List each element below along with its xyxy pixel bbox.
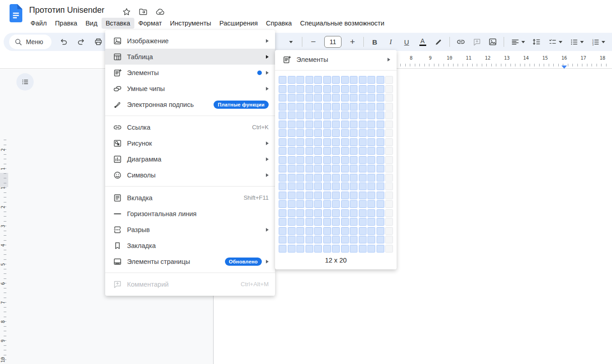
underline-button[interactable]: U — [402, 36, 412, 47]
table-grid-cell[interactable] — [288, 156, 296, 164]
table-grid-cell[interactable] — [367, 192, 375, 199]
table-grid-cell[interactable] — [341, 236, 349, 243]
table-grid-cell[interactable] — [323, 245, 331, 253]
table-grid-cell[interactable] — [306, 174, 313, 182]
table-grid-cell[interactable] — [350, 138, 357, 146]
table-grid-cell[interactable] — [332, 156, 340, 164]
table-grid-cell[interactable] — [385, 129, 393, 137]
table-grid-cell[interactable] — [288, 85, 296, 93]
table-grid-cell[interactable] — [323, 218, 331, 226]
table-grid-cell[interactable] — [296, 121, 304, 128]
table-grid-cell[interactable] — [359, 129, 367, 137]
table-grid-cell[interactable] — [385, 227, 393, 235]
table-grid-cell[interactable] — [288, 192, 296, 199]
table-grid-cell[interactable] — [377, 156, 384, 164]
table-grid-cell[interactable] — [332, 94, 340, 101]
table-grid-cell[interactable] — [296, 138, 304, 146]
insert-menu-item-horizontal-line[interactable]: Горизонтальная линия — [105, 206, 275, 222]
table-grid-cell[interactable] — [385, 111, 393, 119]
table-grid-cell[interactable] — [306, 209, 313, 217]
table-grid-cell[interactable] — [367, 227, 375, 235]
table-grid-cell[interactable] — [385, 192, 393, 199]
table-grid-cell[interactable] — [359, 121, 367, 128]
table-grid-cell[interactable] — [296, 94, 304, 101]
table-grid-cell[interactable] — [332, 236, 340, 243]
table-grid-cell[interactable] — [350, 182, 357, 190]
table-grid-cell[interactable] — [350, 129, 357, 137]
star-icon[interactable] — [122, 7, 131, 16]
table-grid-cell[interactable] — [377, 129, 384, 137]
table-grid-cell[interactable] — [350, 85, 357, 93]
table-grid-cell[interactable] — [341, 121, 349, 128]
table-grid-cell[interactable] — [314, 129, 322, 137]
table-grid-cell[interactable] — [350, 165, 357, 172]
table-grid-cell[interactable] — [306, 147, 313, 155]
table-grid-cell[interactable] — [288, 103, 296, 111]
menubar-file[interactable]: Файл — [26, 18, 51, 29]
table-grid-cell[interactable] — [377, 165, 384, 172]
table-grid-cell[interactable] — [296, 236, 304, 243]
table-grid-cell[interactable] — [367, 111, 375, 119]
table-grid-cell[interactable] — [367, 94, 375, 101]
bulleted-list-dropdown[interactable] — [569, 36, 584, 47]
table-grid-cell[interactable] — [323, 156, 331, 164]
table-grid-cell[interactable] — [296, 227, 304, 235]
table-grid-cell[interactable] — [332, 227, 340, 235]
table-grid-cell[interactable] — [341, 147, 349, 155]
table-grid-cell[interactable] — [367, 245, 375, 253]
insert-menu-item-table[interactable]: Таблица — [105, 49, 275, 65]
table-grid-cell[interactable] — [306, 245, 313, 253]
table-grid-cell[interactable] — [367, 147, 375, 155]
table-grid-cell[interactable] — [367, 174, 375, 182]
table-grid-cell[interactable] — [288, 138, 296, 146]
table-grid-cell[interactable] — [279, 227, 286, 235]
table-grid-cell[interactable] — [377, 138, 384, 146]
table-grid-cell[interactable] — [314, 138, 322, 146]
menu-search-button[interactable]: Меню — [9, 35, 51, 49]
table-grid-cell[interactable] — [306, 94, 313, 101]
table-grid-cell[interactable] — [359, 111, 367, 119]
table-grid-cell[interactable] — [306, 227, 313, 235]
table-grid-cell[interactable] — [359, 209, 367, 217]
table-grid-cell[interactable] — [279, 236, 286, 243]
table-grid-cell[interactable] — [385, 209, 393, 217]
table-grid-cell[interactable] — [279, 121, 286, 128]
table-grid-cell[interactable] — [377, 227, 384, 235]
table-grid-cell[interactable] — [279, 192, 286, 199]
bold-button[interactable]: B — [370, 36, 380, 47]
table-grid-cell[interactable] — [306, 129, 313, 137]
align-dropdown[interactable] — [510, 36, 525, 47]
table-grid-cell[interactable] — [332, 182, 340, 190]
table-grid-cell[interactable] — [288, 182, 296, 190]
table-grid-cell[interactable] — [279, 174, 286, 182]
numbered-list-dropdown[interactable]: 1 2 3 — [590, 36, 606, 47]
table-grid-cell[interactable] — [314, 156, 322, 164]
table-grid-cell[interactable] — [359, 94, 367, 101]
table-grid-cell[interactable] — [296, 111, 304, 119]
table-grid-cell[interactable] — [288, 174, 296, 182]
vertical-ruler[interactable]: 21123456789101112 — [0, 138, 8, 364]
table-grid-cell[interactable] — [341, 192, 349, 199]
table-grid-cell[interactable] — [332, 209, 340, 217]
insert-menu-item-tab[interactable]: Вкладка Shift+F11 — [105, 190, 275, 206]
table-grid-cell[interactable] — [288, 245, 296, 253]
table-grid-cell[interactable] — [296, 129, 304, 137]
table-grid-cell[interactable] — [296, 192, 304, 199]
table-grid-cell[interactable] — [385, 76, 393, 84]
table-grid-cell[interactable] — [367, 121, 375, 128]
table-grid-cell[interactable] — [323, 85, 331, 93]
table-grid-cell[interactable] — [314, 227, 322, 235]
table-grid-cell[interactable] — [367, 103, 375, 111]
table-grid-cell[interactable] — [306, 138, 313, 146]
table-grid-cell[interactable] — [314, 218, 322, 226]
table-grid-cell[interactable] — [296, 103, 304, 111]
table-grid-cell[interactable] — [341, 129, 349, 137]
table-grid-cell[interactable] — [279, 156, 286, 164]
font-size-input[interactable]: 11 — [324, 36, 342, 48]
table-grid-cell[interactable] — [332, 85, 340, 93]
table-grid-cell[interactable] — [296, 76, 304, 84]
table-grid-cell[interactable] — [323, 129, 331, 137]
table-grid-cell[interactable] — [296, 174, 304, 182]
table-grid-cell[interactable] — [314, 192, 322, 199]
table-grid-cell[interactable] — [296, 245, 304, 253]
